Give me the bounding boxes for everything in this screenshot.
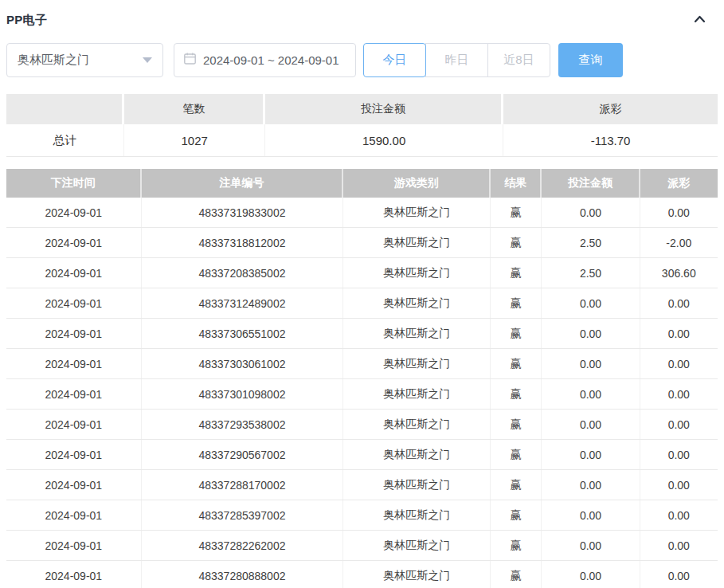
cell-bet-amount: 0.00 (542, 288, 640, 318)
cell-bet-time: 2024-09-01 (6, 228, 142, 257)
cell-bet-time: 2024-09-01 (6, 198, 142, 227)
summary-header-cell-1: 笔数 (124, 94, 265, 124)
cell-ticket-number: 48337306551002 (142, 319, 344, 348)
table-row: 2024-09-0148337301098002奥林匹斯之门赢0.000.00 (6, 379, 718, 410)
cell-payout: 0.00 (640, 531, 718, 560)
date-range-picker[interactable]: 2024-09-01 ~ 2024-09-01 (174, 43, 356, 77)
table-row: 2024-09-0148337303061002奥林匹斯之门赢0.000.00 (6, 349, 718, 379)
cell-bet-amount: 0.00 (542, 440, 640, 469)
cell-result: 赢 (491, 440, 542, 469)
cell-game-category: 奥林匹斯之门 (343, 319, 491, 348)
cell-result: 赢 (491, 470, 542, 500)
summary-bet-amount: 1590.00 (265, 124, 503, 156)
table-row: 2024-09-0148337208385002奥林匹斯之门赢2.50306.6… (6, 258, 718, 288)
cell-bet-time: 2024-09-01 (6, 561, 142, 588)
cell-payout: 306.60 (640, 258, 718, 288)
cell-bet-time: 2024-09-01 (6, 410, 142, 439)
cell-result: 赢 (491, 258, 542, 288)
collapse-panel-button[interactable] (693, 14, 706, 27)
cell-game-category: 奥林匹斯之门 (343, 258, 491, 288)
caret-down-icon (143, 57, 152, 63)
table-header-row: 下注时间注单编号游戏类别结果投注金额派彩 (6, 169, 718, 198)
cell-bet-amount: 0.00 (542, 319, 640, 348)
cell-game-category: 奥林匹斯之门 (343, 198, 491, 227)
calendar-icon (183, 52, 197, 69)
chevron-up-icon (693, 14, 706, 27)
pp-electronic-panel: PP电子 奥林匹斯之门 2024-09-01 ~ 2024-09-01 (0, 0, 724, 588)
column-header-bet-amount: 投注金额 (542, 169, 640, 198)
cell-bet-time: 2024-09-01 (6, 379, 142, 409)
summary-count: 1027 (124, 124, 265, 156)
cell-game-category: 奥林匹斯之门 (343, 561, 491, 588)
table-row: 2024-09-0148337285397002奥林匹斯之门赢0.000.00 (6, 500, 718, 531)
cell-payout: 0.00 (640, 288, 718, 318)
quick-filter-last-8-days[interactable]: 近8日 (487, 43, 550, 77)
summary-header-cell-3: 派彩 (503, 94, 718, 124)
column-header-ticket-number: 注单编号 (142, 169, 344, 198)
panel-header: PP电子 (6, 11, 718, 29)
cell-payout: 0.00 (640, 198, 718, 227)
cell-bet-time: 2024-09-01 (6, 349, 142, 378)
game-select-value: 奥林匹斯之门 (18, 53, 89, 68)
column-header-game-category: 游戏类别 (343, 169, 491, 198)
cell-payout: 0.00 (640, 349, 718, 378)
cell-bet-time: 2024-09-01 (6, 440, 142, 469)
cell-bet-amount: 0.00 (542, 198, 640, 227)
summary-header-cell-0 (6, 94, 124, 124)
cell-ticket-number: 48337293538002 (142, 410, 344, 439)
page-title: PP电子 (6, 13, 47, 28)
table-row: 2024-09-0148337288170002奥林匹斯之门赢0.000.00 (6, 470, 718, 500)
cell-bet-amount: 0.00 (542, 500, 640, 530)
table-row: 2024-09-0148337293538002奥林匹斯之门赢0.000.00 (6, 410, 718, 440)
cell-result: 赢 (491, 500, 542, 530)
cell-result: 赢 (491, 531, 542, 560)
cell-bet-time: 2024-09-01 (6, 500, 142, 530)
bets-table: 下注时间注单编号游戏类别结果投注金额派彩 2024-09-01483373198… (6, 169, 718, 588)
filter-bar: 奥林匹斯之门 2024-09-01 ~ 2024-09-01 今日昨日近8日 查… (6, 42, 718, 77)
cell-ticket-number: 48337319833002 (142, 198, 344, 227)
cell-ticket-number: 48337285397002 (142, 500, 344, 530)
cell-result: 赢 (491, 561, 542, 588)
cell-bet-amount: 0.00 (542, 470, 640, 500)
cell-payout: 0.00 (640, 440, 718, 469)
cell-result: 赢 (491, 349, 542, 378)
cell-bet-amount: 0.00 (542, 561, 640, 588)
cell-game-category: 奥林匹斯之门 (343, 440, 491, 469)
summary-total-row: 总计 1027 1590.00 -113.70 (6, 124, 718, 157)
cell-game-category: 奥林匹斯之门 (343, 288, 491, 318)
cell-bet-amount: 2.50 (542, 228, 640, 257)
cell-bet-amount: 0.00 (542, 379, 640, 409)
cell-payout: 0.00 (640, 470, 718, 500)
cell-bet-time: 2024-09-01 (6, 531, 142, 560)
table-row: 2024-09-0148337306551002奥林匹斯之门赢0.000.00 (6, 319, 718, 349)
cell-payout: 0.00 (640, 500, 718, 530)
cell-bet-amount: 0.00 (542, 349, 640, 378)
cell-payout: 0.00 (640, 379, 718, 409)
quick-filter-group: 今日昨日近8日 (363, 43, 550, 77)
summary-header-cell-2: 投注金额 (265, 94, 503, 124)
cell-bet-time: 2024-09-01 (6, 288, 142, 318)
query-button[interactable]: 查询 (558, 43, 623, 77)
cell-ticket-number: 48337208385002 (142, 258, 344, 288)
cell-game-category: 奥林匹斯之门 (343, 410, 491, 439)
summary-total-label: 总计 (6, 124, 124, 156)
summary-table: 笔数投注金额派彩 总计 1027 1590.00 -113.70 (6, 94, 718, 157)
column-header-result: 结果 (491, 169, 542, 198)
cell-ticket-number: 48337312489002 (142, 288, 344, 318)
cell-bet-amount: 0.00 (542, 410, 640, 439)
cell-result: 赢 (491, 288, 542, 318)
date-range-value: 2024-09-01 ~ 2024-09-01 (203, 53, 339, 67)
cell-result: 赢 (491, 319, 542, 348)
cell-bet-time: 2024-09-01 (6, 319, 142, 348)
cell-bet-time: 2024-09-01 (6, 258, 142, 288)
column-header-payout: 派彩 (640, 169, 718, 198)
table-row: 2024-09-0148337280888002奥林匹斯之门赢0.000.00 (6, 561, 718, 588)
cell-result: 赢 (491, 198, 542, 227)
summary-payout: -113.70 (503, 124, 718, 156)
cell-result: 赢 (491, 410, 542, 439)
quick-filter-today[interactable]: 今日 (363, 43, 426, 77)
cell-payout: 0.00 (640, 561, 718, 588)
quick-filter-yesterday[interactable]: 昨日 (425, 43, 488, 77)
table-row: 2024-09-0148337290567002奥林匹斯之门赢0.000.00 (6, 440, 718, 470)
game-select[interactable]: 奥林匹斯之门 (6, 43, 163, 77)
